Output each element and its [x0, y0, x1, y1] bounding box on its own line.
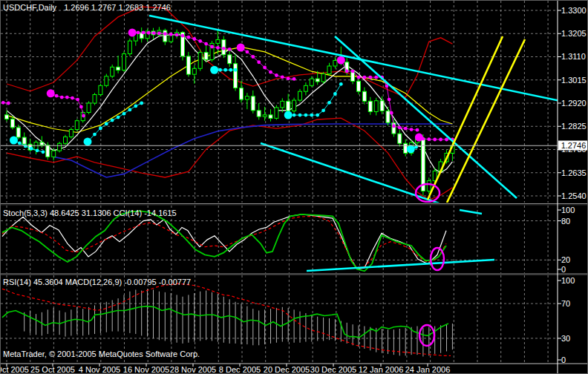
signal-dot: [293, 114, 296, 117]
price-axis-label: 1.2540: [561, 191, 587, 200]
chart-title: USDCHF,Daily1.2696 1.2767 1.2683 1.2746: [3, 3, 178, 12]
candle-body: [69, 130, 73, 137]
candle-body: [117, 67, 120, 70]
signal-dot: [357, 76, 361, 79]
signal-dot: [363, 76, 367, 79]
signal-dot: [7, 102, 10, 105]
price-axis-label: 1.2635: [561, 168, 587, 177]
candle-body: [374, 101, 378, 112]
signal-dot: [79, 105, 83, 109]
candle-body: [298, 91, 302, 100]
signal-dot: [152, 31, 156, 35]
signal-dot: [327, 101, 331, 105]
candle-body: [357, 81, 361, 91]
signal-dot: [181, 34, 185, 38]
signal-dot: [24, 144, 27, 148]
ohlc-values-label: 1.2696 1.2767 1.2683 1.2746: [64, 3, 171, 12]
stoch-scale-label: 80: [561, 217, 570, 225]
signal-reversal-dot: [47, 89, 55, 97]
date-axis-label: 12 Jan 2006: [355, 365, 407, 374]
candle-body: [186, 56, 190, 74]
stoch-scale-label: 0: [561, 266, 566, 274]
signal-dot: [422, 137, 425, 141]
candle-body: [16, 128, 20, 137]
candle-body: [333, 60, 337, 66]
signal-reversal-dot: [128, 28, 137, 36]
signal-dot: [263, 66, 267, 70]
signal-dot: [134, 105, 137, 108]
signal-dot: [229, 68, 232, 72]
signal-dot: [251, 55, 255, 59]
candle-body: [93, 94, 97, 103]
candle-body: [128, 41, 131, 53]
signal-dot: [122, 112, 126, 116]
signal-dot: [416, 128, 419, 132]
signal-dot: [269, 70, 272, 74]
symbol-timeframe-label: USDCHF,Daily: [3, 3, 56, 12]
candle-body: [245, 96, 249, 99]
candle-body: [198, 53, 202, 69]
candle-body: [427, 181, 431, 191]
candle-body: [46, 145, 50, 157]
signal-dot: [192, 37, 196, 41]
signal-reversal-dot: [237, 43, 245, 51]
signal-dot: [404, 127, 408, 131]
signal-dot: [427, 137, 431, 141]
candle-body: [64, 137, 68, 143]
signal-dot: [316, 114, 319, 117]
candle-body: [351, 72, 355, 81]
signal-dot: [204, 42, 208, 46]
candle-body: [240, 88, 244, 99]
signal-dot: [368, 76, 372, 79]
candle-body: [58, 143, 62, 151]
signal-dot: [439, 138, 442, 142]
candle-body: [321, 74, 325, 82]
date-axis-label: 24 Jan 2006: [402, 365, 454, 374]
rsi-scale-label: 30: [561, 334, 570, 342]
signal-dot: [445, 138, 448, 142]
signal-dot: [93, 133, 97, 137]
date-axis-label: 28 Nov 2005: [167, 365, 219, 374]
candle-body: [52, 151, 56, 157]
candle-body: [421, 139, 425, 191]
signal-dot: [187, 36, 191, 39]
stoch-scale-label: 100: [561, 206, 575, 214]
signal-dot: [281, 75, 284, 79]
date-axis-label: 30 Dec 2005: [307, 365, 359, 374]
signal-dot: [65, 96, 69, 99]
signal-dot: [99, 126, 102, 130]
chart-canvas[interactable]: [1, 1, 588, 374]
candle-body: [281, 101, 284, 108]
signal-dot: [246, 50, 249, 54]
price-axis-label: 1.2825: [561, 122, 587, 131]
candle-body: [327, 66, 331, 74]
candle-body: [228, 55, 232, 64]
signal-dot: [163, 32, 167, 36]
signal-dot: [76, 98, 79, 102]
candle-body: [216, 39, 220, 43]
signal-dot: [410, 128, 414, 131]
signal-reversal-dot: [284, 111, 293, 119]
signal-dot: [210, 45, 214, 49]
signal-dot: [82, 114, 85, 118]
signal-dot: [218, 68, 222, 72]
signal-dot: [310, 114, 313, 117]
candle-body: [105, 76, 108, 85]
signal-dot: [374, 76, 378, 79]
signal-dot: [351, 70, 355, 73]
signal-dot: [257, 60, 261, 64]
price-axis-label: 1.3015: [561, 76, 587, 84]
candle-body: [204, 53, 208, 60]
stoch-panel-title: Stoch(5,3,3) 48.6425 31.1306 CCI(14) -14…: [3, 209, 177, 217]
price-axis-label: 1.3300: [561, 7, 587, 15]
date-axis-label: 20 Dec 2005: [261, 365, 313, 374]
signal-dot: [1, 101, 5, 105]
candle-body: [310, 79, 313, 85]
signal-dot: [30, 147, 33, 151]
candle-body: [257, 111, 261, 117]
signal-dot: [60, 96, 64, 99]
signal-dot: [117, 116, 120, 119]
signal-reversal-dot: [337, 56, 345, 65]
signal-dot: [147, 31, 151, 35]
candle-body: [111, 67, 114, 76]
